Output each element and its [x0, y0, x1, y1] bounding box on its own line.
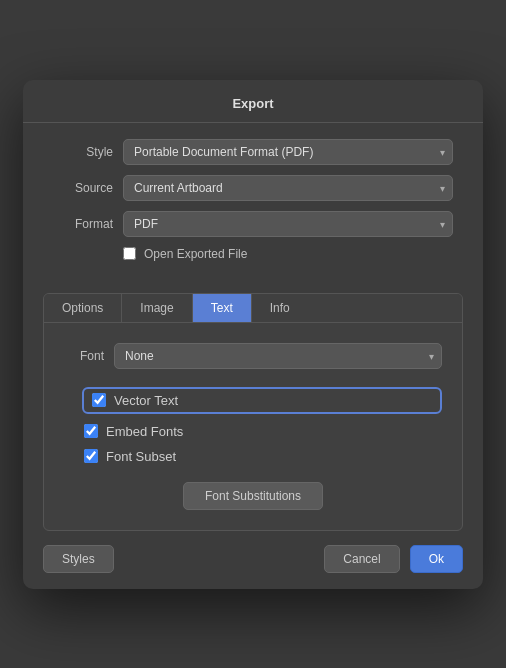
open-exported-row: Open Exported File	[123, 247, 453, 261]
style-row: Style Portable Document Format (PDF)SVGP…	[53, 139, 453, 165]
vector-text-label[interactable]: Vector Text	[114, 393, 178, 408]
font-substitutions-button[interactable]: Font Substitutions	[183, 482, 323, 510]
format-select-wrapper: PDFSVGPNG ▾	[123, 211, 453, 237]
font-label: Font	[64, 349, 104, 363]
form-area: Style Portable Document Format (PDF)SVGP…	[23, 123, 483, 283]
source-label: Source	[53, 181, 113, 195]
style-select-wrapper: Portable Document Format (PDF)SVGPNGJPEG…	[123, 139, 453, 165]
font-select-wrapper: NoneAutoCustom ▾	[114, 343, 442, 369]
footer-right: Cancel Ok	[324, 545, 463, 573]
font-subset-item: Font Subset	[84, 449, 442, 464]
embed-fonts-checkbox[interactable]	[84, 424, 98, 438]
cancel-button[interactable]: Cancel	[324, 545, 399, 573]
tab-info[interactable]: Info	[252, 294, 308, 322]
title-bar: Export	[23, 80, 483, 123]
embed-fonts-item: Embed Fonts	[84, 424, 442, 439]
style-label: Style	[53, 145, 113, 159]
dialog-title: Export	[232, 96, 273, 111]
font-select[interactable]: NoneAutoCustom	[114, 343, 442, 369]
format-select[interactable]: PDFSVGPNG	[123, 211, 453, 237]
font-subset-label[interactable]: Font Subset	[106, 449, 176, 464]
format-row: Format PDFSVGPNG ▾	[53, 211, 453, 237]
checkbox-options: Vector Text Embed Fonts Font Subset	[84, 387, 442, 464]
source-select-wrapper: Current ArtboardAll ArtboardsSelection ▾	[123, 175, 453, 201]
tabs-container: Options Image Text Info Font NoneAutoCus…	[43, 293, 463, 531]
open-exported-checkbox[interactable]	[123, 247, 136, 260]
source-select[interactable]: Current ArtboardAll ArtboardsSelection	[123, 175, 453, 201]
dialog-footer: Styles Cancel Ok	[23, 531, 483, 573]
tab-image[interactable]: Image	[122, 294, 192, 322]
source-row: Source Current ArtboardAll ArtboardsSele…	[53, 175, 453, 201]
styles-button[interactable]: Styles	[43, 545, 114, 573]
tab-text[interactable]: Text	[193, 294, 252, 322]
open-exported-label[interactable]: Open Exported File	[144, 247, 247, 261]
font-row: Font NoneAutoCustom ▾	[64, 343, 442, 369]
format-label: Format	[53, 217, 113, 231]
vector-text-item: Vector Text	[82, 387, 442, 414]
tabs-bar: Options Image Text Info	[44, 294, 462, 323]
footer-left: Styles	[43, 545, 114, 573]
embed-fonts-label[interactable]: Embed Fonts	[106, 424, 183, 439]
style-select[interactable]: Portable Document Format (PDF)SVGPNGJPEG	[123, 139, 453, 165]
ok-button[interactable]: Ok	[410, 545, 463, 573]
tab-options[interactable]: Options	[44, 294, 122, 322]
font-subset-checkbox[interactable]	[84, 449, 98, 463]
tab-content-text: Font NoneAutoCustom ▾ Vector Text Embed …	[44, 323, 462, 530]
vector-text-checkbox[interactable]	[92, 393, 106, 407]
export-dialog: Export Style Portable Document Format (P…	[23, 80, 483, 589]
